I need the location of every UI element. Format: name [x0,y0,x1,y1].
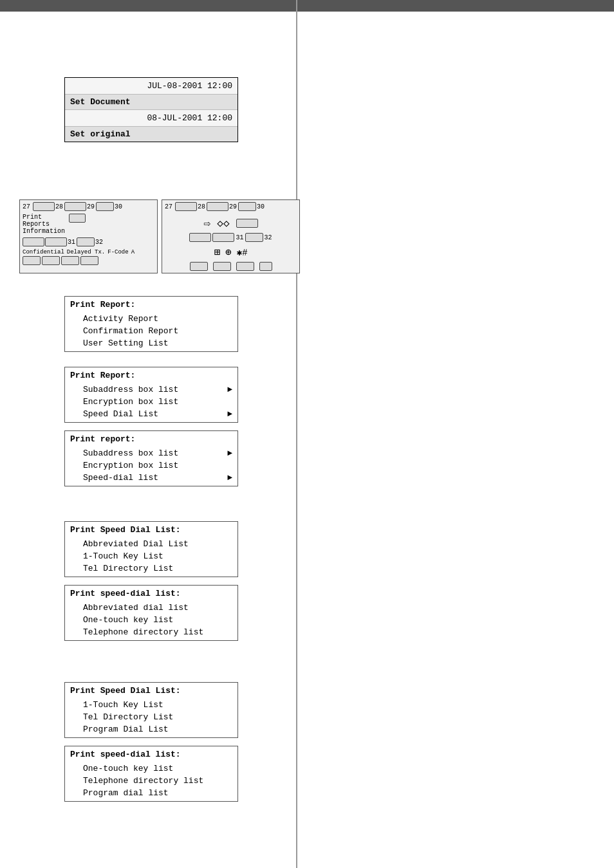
key-30-right[interactable] [238,202,256,211]
key-fcode-left[interactable] [61,256,79,265]
report-panels-2: Print Report: Subaddress box list ► Encr… [64,367,238,486]
keypad-left: 27 28 29 30 Print Reports Information 31 [19,199,158,273]
keypad-section: 27 28 29 30 Print Reports Information 31 [19,199,300,273]
key-b1-right[interactable] [190,262,208,271]
rp3b-item-3[interactable]: Telephone directory list [65,626,237,640]
keypad-left-labels: Print Reports Information [20,211,157,235]
rp2a-item-2[interactable]: Encryption box list [65,396,237,408]
keypad-right-bottom-keys [162,261,299,272]
key-mid-right[interactable] [236,219,258,228]
rp4a-item-3[interactable]: Program Dial List [65,723,237,737]
rp3a-header: Print Speed Dial List: [65,522,237,538]
rp4b-item-2[interactable]: Telephone directory list [65,775,237,787]
speed-dial-panels-1: Print Speed Dial List: Abbreviated Dial … [64,521,238,641]
key-b4-right[interactable] [259,262,272,271]
key-31-right[interactable] [212,233,234,242]
keypad-right-bottom-icons: ⊞ ⊕ ✱# [162,243,299,261]
rp3b-header: Print speed-dial list: [65,586,237,602]
key-b2-right[interactable] [213,262,231,271]
report-panel-1: Print Report: Activity Report Confirmati… [64,296,238,352]
datetime-panel-group: JUL-08-2001 12:00 Set Document 08-JUL-20… [64,77,238,142]
top-bar [0,0,614,12]
rp3a-item-2[interactable]: 1-Touch Key List [65,550,237,562]
keypad-left-mid-nums: 31 32 [20,236,157,246]
datetime-display-2: 08-JUL-2001 12:00 [65,109,237,126]
arrow-icon-2: ► [227,409,232,419]
datetime-display-1: JUL-08-2001 12:00 [65,78,237,94]
report-panel-2b-box: Print report: Subaddress box list ► Encr… [64,430,238,486]
set-document-label: Set Document [65,94,237,109]
key-29-right[interactable] [207,202,228,211]
report-panel-3a-box: Print Speed Dial List: Abbreviated Dial … [64,521,238,577]
key-info-left[interactable] [69,214,86,223]
report-panel-2a-box: Print Report: Subaddress box list ► Encr… [64,367,238,423]
key-32-right[interactable] [245,233,263,242]
key-28-right[interactable] [175,202,197,211]
set-original-label: Set original [65,126,237,142]
key-a-left[interactable] [80,256,98,265]
arrow-icon-1: ► [227,385,232,394]
keypad-left-bottom: Confidential Delayed Tx. F-Code A [20,246,157,255]
fax-icon: ⇨ [203,216,210,230]
arrow-icon-4: ► [227,473,232,483]
keypad-left-bottom-keys [20,255,157,266]
rp4b-header: Print speed-dial list: [65,746,237,762]
keypad-left-top-nums: 27 28 29 30 [20,200,157,211]
rp3a-item-3[interactable]: Tel Directory List [65,562,237,577]
diamond-icon: ◇◇ [217,217,229,230]
rp2b-item-3[interactable]: Speed-dial list ► [65,472,237,486]
rp2b-header: Print report: [65,431,237,447]
rp2a-item-3[interactable]: Speed Dial List ► [65,408,237,422]
keypad-right-mid-nums: 31 32 [162,233,299,242]
rp1-item-1[interactable]: Activity Report [65,313,237,325]
rp4b-item-3[interactable]: Program dial list [65,787,237,801]
key-29-left[interactable] [64,202,86,211]
report-panel-4a-box: Print Speed Dial List: 1-Touch Key List … [64,682,238,738]
rp1-item-3[interactable]: User Setting List [65,337,237,351]
report-panel-4b-box: Print speed-dial list: One-touch key lis… [64,746,238,802]
key-31-left[interactable] [45,237,67,246]
keypad-right: 27 28 29 30 ⇨ ◇◇ 31 32 ⊞ ⊕ ✱# [162,199,300,273]
key-empty-left[interactable] [23,237,44,246]
rp3b-item-1[interactable]: Abbreviated dial list [65,602,237,614]
arrow-icon-3: ► [227,448,232,458]
grid-icon: ⊞ [214,246,220,259]
rp2b-item-2[interactable]: Encryption box list [65,459,237,472]
report-panel-1-box: Print Report: Activity Report Confirmati… [64,296,238,352]
rp2a-item-1[interactable]: Subaddress box list ► [65,383,237,396]
key-empty-right[interactable] [189,233,211,242]
rp3b-item-2[interactable]: One-touch key list [65,614,237,626]
report-panel-3b-box: Print speed-dial list: Abbreviated dial … [64,585,238,641]
key-conf-left[interactable] [23,256,41,265]
rp4b-item-1[interactable]: One-touch key list [65,762,237,775]
rp4a-header: Print Speed Dial List: [65,683,237,699]
rp1-item-2[interactable]: Confirmation Report [65,325,237,337]
rp1-header: Print Report: [65,297,237,313]
circle-icon: ⊕ [225,246,232,259]
keypad-right-icons: ⇨ ◇◇ [162,214,299,233]
keypad-right-top-nums: 27 28 29 30 [162,200,299,211]
key-b3-right[interactable] [236,262,254,271]
key-30-left[interactable] [96,202,114,211]
key-32-left[interactable] [77,237,95,246]
rp3a-item-1[interactable]: Abbreviated Dial List [65,538,237,550]
speed-dial-panels-2: Print Speed Dial List: 1-Touch Key List … [64,682,238,802]
section1: JUL-08-2001 12:00 Set Document 08-JUL-20… [64,77,238,155]
rp2a-header: Print Report: [65,367,237,383]
vertical-divider [296,0,297,868]
rp4a-item-1[interactable]: 1-Touch Key List [65,699,237,711]
rp4a-item-2[interactable]: Tel Directory List [65,711,237,723]
key-28-left[interactable] [33,202,55,211]
rp2b-item-1[interactable]: Subaddress box list ► [65,447,237,459]
star-hash-icon: ✱# [237,247,248,258]
key-delayed-left[interactable] [42,256,60,265]
